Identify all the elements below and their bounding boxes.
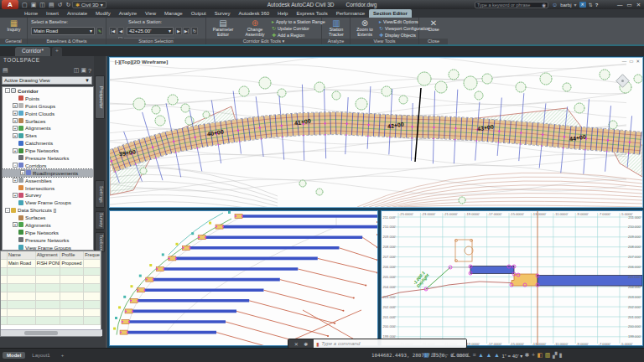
tree-expander[interactable]: + [13,148,18,153]
side-tab-toolbox[interactable]: Toolbox [95,232,105,252]
tree-item-alignments[interactable]: +Alignments [3,124,93,132]
column-header[interactable]: Profile [60,251,84,259]
otrack-icon[interactable]: ⊥ [465,351,470,359]
close-button[interactable]: ✕ [636,1,641,8]
corridor-tool-add-a-region[interactable]: ✚Add a Region [272,32,325,39]
minimize-button[interactable]: — [622,59,627,64]
tree-expander[interactable]: + [20,170,25,175]
close-icon[interactable]: ✕ [294,341,299,347]
clean-screen-icon[interactable]: ▞ [553,351,557,359]
help-icon[interactable]: ? [595,3,599,8]
qnew-icon[interactable]: ▢ [22,1,28,8]
workspace-switcher[interactable]: ✱ Civil 3D ▾ [72,1,106,8]
tree-item-pressure-networks[interactable]: Pressure Networks [3,236,93,244]
snap-icon[interactable]: ⊞ [431,351,436,359]
toolspace-properties-icon[interactable]: ▤ [3,67,8,74]
exchange-apps-icon[interactable]: ✕ [579,2,586,8]
first-station-button[interactable]: |◀ [109,27,117,35]
tree-item-sites[interactable]: +Sites [3,132,93,139]
change-assembly-button[interactable]: ⊕ Change Assembly [240,18,270,37]
command-input[interactable]: ▮ Type a command [314,339,466,348]
column-header[interactable]: Name [8,251,36,259]
dynamic-input-icon[interactable]: ≡ [473,351,476,359]
scrollbar-thumb[interactable] [24,331,58,335]
corridor-tool-update-corridor[interactable]: ↻Update Corridor [272,25,325,32]
tree-item-points[interactable]: Points [3,95,93,102]
sign-in-area[interactable]: ☺ barbj ▾ ✕ ⇅ ? [552,1,598,8]
tree-item-surfaces[interactable]: Surfaces [3,214,93,221]
ribbon-tab-manage[interactable]: Manage [160,9,187,18]
ribbon-tab-help[interactable]: Help [273,9,292,18]
redo-icon[interactable]: ↻ [65,1,70,8]
toolspace-display-icon[interactable]: ▣ [80,67,86,74]
ribbon-tab-view[interactable]: View [141,9,160,18]
refresh-station-button[interactable]: ↻ [191,27,198,35]
save-icon[interactable]: ◫ [39,1,45,8]
section-view-canvas[interactable]: -1.000:1Daylight-25.0000'-25.0000'-23.00… [382,211,642,345]
section-viewport[interactable]: -1.000:1Daylight-25.0000'-25.0000'-23.00… [381,210,643,346]
tree-item-pressure-networks[interactable]: Pressure Networks [3,154,93,162]
plan-view-canvas[interactable]: 39+0040+0041+0042+0043+0044+00 [110,58,642,207]
new-drawing-tab-button[interactable]: + [52,47,62,56]
ribbon-tab-analyze[interactable]: Analyze [115,9,141,18]
tree-item-view-frame-groups[interactable]: View Frame Groups [3,199,93,206]
corridor-tool-apply-to-a-station-range[interactable]: ▸Apply to a Station Range [272,18,325,25]
tree-expander[interactable]: + [13,103,18,108]
table-horizontal-scrollbar[interactable] [1,329,102,336]
workspace-gear-icon[interactable]: ✱ [525,351,530,359]
undo-icon[interactable]: ↺ [58,1,63,8]
pick-baseline-button[interactable]: ✎ [96,27,103,35]
tree-item-roadimprovements[interactable]: +RoadImprovements [3,169,93,177]
corridor-3d-canvas[interactable] [110,211,377,345]
plot-icon[interactable]: ▤ [49,1,55,8]
application-menu-button[interactable]: A [2,0,18,9]
new-layout-button[interactable]: + [57,352,69,359]
tree-expander[interactable]: + [13,178,18,183]
toolspace-panorama-icon[interactable]: ◫ [74,67,80,74]
tree-expander[interactable]: + [13,126,18,131]
column-header[interactable] [1,251,8,259]
add-scale-icon[interactable]: + [532,351,535,359]
tree-item-corridors[interactable]: -Corridors [3,162,93,169]
side-tab-prospector[interactable]: Prospector [95,75,105,119]
share-icon[interactable]: ⇅ [589,2,593,8]
tree-expander[interactable]: + [13,111,18,116]
station-tracker-button[interactable]: ▥ Station Tracker [324,18,349,37]
tree-expander[interactable]: - [5,88,10,93]
plan-viewport[interactable]: 39+0040+0041+0042+0043+0044+00 [-][Top][… [109,57,643,208]
tree-item-alignments[interactable]: +Alignments [3,221,93,229]
toolspace-help-icon[interactable]: ? [88,68,91,74]
ribbon-tab-modify[interactable]: Modify [91,9,115,18]
ribbon-tab-section-editor[interactable]: Section Editor [369,9,412,18]
next-station-button[interactable]: ▶ [175,27,182,35]
tree-item-corridor[interactable]: -Corridor [3,87,93,95]
ribbon-tab-output[interactable]: Output [187,9,210,18]
grid-icon[interactable]: ▦ [423,351,429,359]
polar-tracking-icon[interactable]: ∠ [450,351,455,359]
close-editor-button[interactable]: ✕ Close [423,18,444,33]
layout1-tab[interactable]: Layout1 [28,352,54,359]
graphics-performance-icon[interactable]: ▥ [545,351,551,359]
tree-item-catchments[interactable]: Catchments [3,139,93,147]
parameter-editor-button[interactable]: ▤ Parameter Editor [208,18,238,37]
annotation-scale[interactable]: 1" = 40' ▾ [501,353,522,359]
tree-expander[interactable]: + [13,133,18,138]
ribbon-tab-autodesk-360[interactable]: Autodesk 360 [234,9,273,18]
last-station-button[interactable]: ▶| [183,27,190,35]
ribbon-tab-annotate[interactable]: Annotate [63,9,91,18]
tree-expander[interactable]: + [13,118,18,123]
tree-item-survey[interactable]: +Survey [3,191,93,199]
inquiry-button[interactable]: ▦ Inquiry [3,18,24,33]
tree-item-pipe-networks[interactable]: +Pipe Networks [3,147,93,154]
ribbon-tab-insert[interactable]: Insert [42,9,63,18]
zoom-to-extents-button[interactable]: ⊗ Zoom to Extents [352,18,377,37]
restore-button[interactable]: ▭ [627,1,632,8]
autoscale-icon[interactable]: ▲ [486,351,492,359]
baseline-combo[interactable]: Main Road ▾ [31,27,95,35]
tree-expander[interactable]: + [13,193,18,198]
close-button[interactable]: ✕ [636,59,640,64]
active-drawing-view-combo[interactable]: Active Drawing View ▼ [2,76,92,85]
ribbon-tab-home[interactable]: Home [20,9,42,18]
viewport-label[interactable]: [-][Top][2D Wireframe] [115,59,168,65]
side-tab-settings[interactable]: Settings [95,180,105,208]
